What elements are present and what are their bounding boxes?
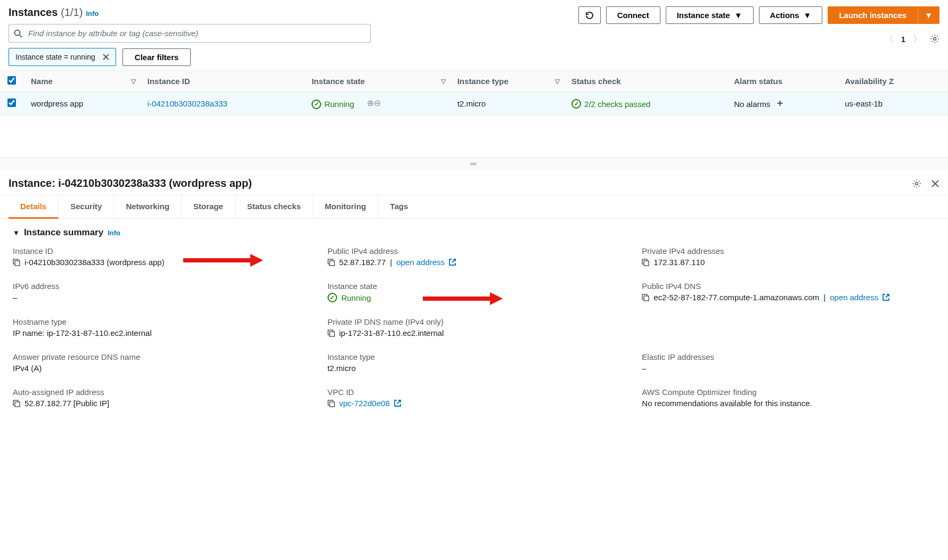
- header-left: Instances (1/1) Info Instance state = ru…: [9, 6, 578, 66]
- summary-ipv6: IPv6 address –: [13, 282, 306, 302]
- table-row[interactable]: wordpress app i-04210b3030238a333 ✓ Runn…: [0, 92, 948, 116]
- copy-icon[interactable]: [328, 400, 335, 407]
- svg-point-5: [916, 182, 918, 185]
- refresh-button[interactable]: [578, 6, 601, 24]
- external-link-icon: [449, 259, 456, 266]
- actions-label: Actions: [770, 11, 799, 20]
- page-number: 1: [901, 35, 905, 44]
- add-alarm-button[interactable]: +: [777, 97, 783, 109]
- external-link-icon: [394, 400, 401, 407]
- caret-down-icon: ▼: [925, 11, 933, 20]
- summary-head[interactable]: ▼ Instance summary Info: [13, 227, 935, 238]
- summary-grid: Instance ID i-04210b3030238a333 (wordpre…: [13, 246, 935, 408]
- svg-rect-12: [644, 296, 649, 301]
- filter-icon: ▽: [555, 78, 560, 85]
- filter-icon: ▽: [131, 78, 136, 85]
- copy-icon[interactable]: [13, 259, 20, 266]
- detail-settings-icon[interactable]: [912, 179, 921, 188]
- open-address-link[interactable]: open address: [396, 258, 445, 267]
- clear-filters-button[interactable]: Clear filters: [122, 48, 191, 66]
- col-instance-type[interactable]: Instance type▽: [450, 71, 564, 92]
- svg-rect-14: [330, 332, 334, 336]
- cell-instance-type: t2.micro: [450, 92, 564, 116]
- col-name[interactable]: Name▽: [23, 71, 140, 92]
- tab-status-checks[interactable]: Status checks: [235, 195, 313, 218]
- close-detail-button[interactable]: [931, 179, 939, 188]
- launch-button[interactable]: Launch instances: [828, 6, 918, 24]
- svg-rect-8: [15, 261, 20, 266]
- cell-instance-id[interactable]: i-04210b3030238a333: [148, 99, 227, 108]
- col-instance-id[interactable]: Instance ID: [140, 71, 304, 92]
- summary-public-ipv4: Public IPv4 address 52.87.182.77 | open …: [328, 246, 621, 267]
- filter-row: Instance state = running Clear filters: [9, 48, 578, 66]
- row-checkbox[interactable]: [7, 98, 16, 107]
- launch-button-group: Launch instances ▼: [828, 6, 939, 24]
- svg-rect-9: [330, 261, 334, 266]
- detail-title: Instance: i-04210b3030238a333 (wordpress…: [9, 177, 252, 190]
- filter-chip: Instance state = running: [9, 48, 116, 66]
- summary-private-dns: Private IP DNS name (IPv4 only) ip-172-3…: [328, 317, 621, 337]
- summary-info-link[interactable]: Info: [108, 229, 120, 237]
- cell-status-check: ✓ 2/2 checks passed: [571, 99, 650, 109]
- col-availability[interactable]: Availability Z: [837, 71, 948, 92]
- tab-tags[interactable]: Tags: [378, 195, 420, 218]
- page-title: Instances: [9, 6, 58, 19]
- instance-state-label: Instance state: [677, 11, 730, 20]
- copy-icon[interactable]: [328, 330, 335, 337]
- select-all-checkbox[interactable]: [7, 76, 16, 85]
- tab-details[interactable]: Details: [9, 195, 59, 219]
- prev-page-button[interactable]: 〈: [884, 32, 894, 45]
- svg-point-4: [934, 38, 936, 40]
- header-right: Connect Instance state ▼ Actions ▼ Launc…: [578, 6, 939, 45]
- tab-storage[interactable]: Storage: [182, 195, 235, 218]
- title-row: Instances (1/1) Info: [9, 6, 578, 19]
- tab-monitoring[interactable]: Monitoring: [313, 195, 378, 218]
- external-link-icon: [882, 294, 889, 301]
- copy-icon[interactable]: [328, 259, 335, 266]
- svg-rect-11: [644, 261, 649, 266]
- actions-button[interactable]: Actions ▼: [759, 6, 823, 24]
- settings-icon[interactable]: [930, 34, 939, 44]
- zoom-icons[interactable]: ⊕⊖: [367, 98, 381, 108]
- page-header: Instances (1/1) Info Instance state = ru…: [0, 0, 948, 70]
- summary-instance-id: Instance ID i-04210b3030238a333 (wordpre…: [13, 246, 306, 267]
- vpc-link[interactable]: vpc-722d0e08: [339, 399, 390, 408]
- pagination-row: 〈 1 〉: [884, 32, 939, 45]
- filter-icon: ▽: [441, 78, 446, 85]
- svg-point-0: [15, 30, 20, 35]
- cell-instance-state: ✓ Running: [312, 100, 354, 109]
- svg-rect-15: [15, 402, 20, 407]
- detail-tabs: Details Security Networking Storage Stat…: [0, 195, 948, 219]
- filter-chip-remove[interactable]: [101, 52, 111, 62]
- check-circle-icon: ✓: [571, 99, 581, 109]
- tab-security[interactable]: Security: [59, 195, 114, 218]
- instance-state-button[interactable]: Instance state ▼: [666, 6, 754, 24]
- table-spacer: [0, 116, 948, 158]
- col-status-check[interactable]: Status check: [564, 71, 726, 92]
- check-circle-icon: ✓: [328, 293, 337, 302]
- detail-header-actions: [912, 179, 939, 188]
- summary-hostname-type: Hostname type IP name: ip-172-31-87-110.…: [13, 317, 306, 337]
- col-instance-state[interactable]: Instance state▽: [304, 71, 450, 92]
- copy-icon[interactable]: [642, 294, 649, 301]
- detail-header: Instance: i-04210b3030238a333 (wordpress…: [0, 170, 948, 195]
- summary-section: ▼ Instance summary Info Instance ID i-04…: [0, 219, 948, 416]
- copy-icon[interactable]: [13, 400, 20, 407]
- col-alarm-status[interactable]: Alarm status: [726, 71, 837, 92]
- next-page-button[interactable]: 〉: [913, 32, 922, 45]
- search-wrap: [9, 24, 371, 43]
- summary-answer-dns: Answer private resource DNS name IPv4 (A…: [13, 352, 306, 373]
- panel-resize-handle[interactable]: ═: [0, 158, 948, 170]
- summary-elastic-ip: Elastic IP addresses –: [642, 352, 935, 373]
- summary-empty: [642, 317, 935, 337]
- launch-dropdown-button[interactable]: ▼: [918, 6, 939, 24]
- summary-instance-state: Instance state ✓ Running: [328, 282, 621, 302]
- tab-networking[interactable]: Networking: [114, 195, 182, 218]
- open-address-link[interactable]: open address: [830, 293, 878, 302]
- search-input[interactable]: [9, 24, 371, 43]
- svg-line-17: [397, 400, 401, 403]
- connect-button[interactable]: Connect: [606, 6, 660, 24]
- copy-icon[interactable]: [642, 259, 649, 266]
- search-icon: [14, 29, 22, 38]
- info-link[interactable]: Info: [86, 10, 99, 18]
